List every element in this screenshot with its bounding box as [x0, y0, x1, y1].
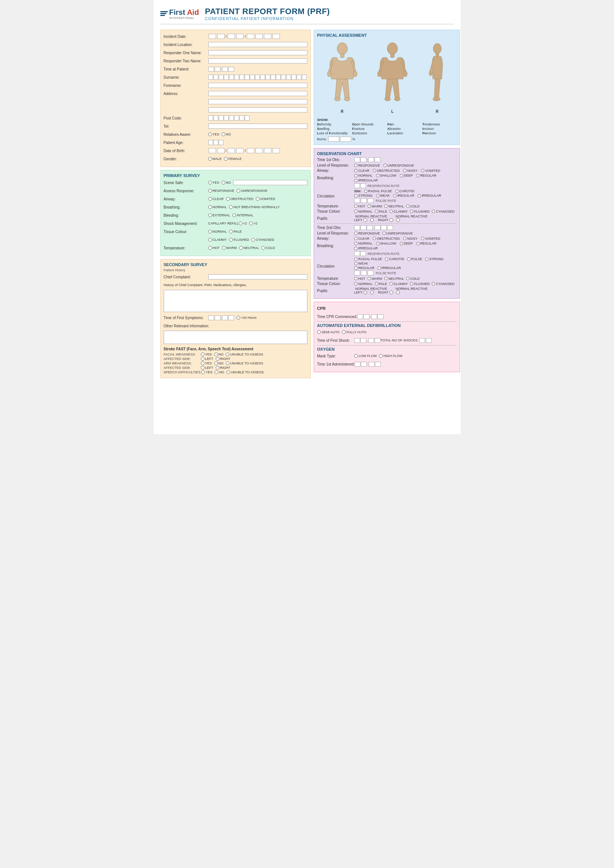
obs1-warm[interactable]: WARM	[367, 205, 382, 208]
obs1-airway-obstructed[interactable]: OBSTRUCTED	[373, 169, 400, 172]
relatives-no-radio[interactable]: NO	[222, 132, 231, 136]
facial-no[interactable]: NO	[214, 353, 224, 356]
obs2-tc-pale[interactable]: PALE	[375, 282, 387, 286]
pupils2-left-2[interactable]	[370, 291, 375, 294]
facial-yes[interactable]: YES	[201, 353, 212, 356]
time-1st-obs-input[interactable]: :	[354, 157, 380, 162]
scene-safe-yes[interactable]: YES	[208, 181, 219, 184]
address-input-1[interactable]	[208, 91, 308, 96]
circ1-radial[interactable]: RADIAL PULSE	[364, 189, 392, 193]
breathing-normal[interactable]: NORMAL	[208, 205, 227, 209]
other-relevant-input[interactable]	[164, 331, 308, 344]
pupils2-right-1[interactable]	[389, 291, 394, 294]
tissue-flushed[interactable]: FLUSHED	[229, 238, 249, 242]
arm-yes[interactable]: YES	[201, 361, 212, 365]
circ2-carotid[interactable]: CAROTID	[385, 257, 404, 261]
obs2-airway-clear[interactable]: CLEAR	[354, 237, 369, 240]
tissue-clammy[interactable]: CLAMMY	[208, 238, 227, 242]
date-d1[interactable]	[209, 34, 216, 39]
incident-location-input[interactable]	[208, 42, 308, 47]
circ2-weak[interactable]: WEAK	[354, 262, 368, 265]
obs1-b-deep[interactable]: DEEP	[400, 174, 413, 177]
circ1-irregular2[interactable]: IRREGULAR	[418, 194, 441, 197]
arm-right[interactable]: RIGHT	[216, 366, 231, 370]
obs2-airway-noisy[interactable]: NOISY	[403, 237, 418, 240]
lor2-responsive[interactable]: RESPONSIVE	[354, 232, 380, 235]
speech-unable[interactable]: UNABLE TO ASSESS	[226, 370, 264, 374]
date-m2[interactable]	[236, 34, 243, 39]
pupils2-left-1[interactable]	[363, 291, 368, 294]
address-input-3[interactable]	[208, 107, 308, 112]
obs2-neutral[interactable]: NEUTRAL	[384, 277, 404, 281]
obs1-airway-vomited[interactable]: VOMITED	[421, 169, 440, 172]
obs2-tc-normal[interactable]: NORMAL	[354, 282, 373, 286]
arm-unable[interactable]: UNABLE TO ASSESS	[226, 361, 263, 365]
lor1-responsive[interactable]: RESPONSIVE	[354, 164, 380, 167]
obs2-b-deep[interactable]: DEEP	[400, 242, 413, 245]
facial-right[interactable]: RIGHT	[216, 357, 231, 361]
temp-hot[interactable]: HOT	[208, 246, 220, 250]
obs1-neutral[interactable]: NEUTRAL	[384, 205, 404, 208]
temp-neutral[interactable]: NEUTRAL	[239, 246, 259, 250]
dob-input[interactable]: / /	[208, 148, 281, 153]
assess-unresponsive[interactable]: UNRESPONSIVE	[236, 189, 268, 192]
obs1-b-regular[interactable]: REGULAR	[416, 174, 437, 177]
airway-vomited[interactable]: VOMITED	[256, 197, 276, 201]
pupils2-right-2[interactable]	[396, 291, 400, 294]
tissue-normal[interactable]: NORMAL	[208, 230, 227, 233]
shock-gt2[interactable]: >2	[249, 222, 257, 225]
gender-female-radio[interactable]: FEMALE	[224, 157, 242, 161]
speech-yes[interactable]: YES	[201, 370, 212, 374]
obs2-b-regular[interactable]: REGULAR	[416, 242, 437, 245]
time-cpr-input[interactable]: :	[357, 314, 383, 319]
history-input[interactable]	[164, 290, 308, 312]
surname-input[interactable]	[208, 74, 307, 80]
obs1-airway-noisy[interactable]: NOISY	[403, 169, 418, 172]
circ2-irregular[interactable]: IRREGULAR	[378, 266, 401, 270]
circ1-irregular[interactable]: IREGULAR	[393, 194, 414, 197]
burns-input-1[interactable]	[328, 136, 339, 142]
obs1-airway-clear[interactable]: CLEAR	[354, 169, 369, 172]
gender-male-radio[interactable]: MALE	[208, 157, 222, 161]
pupils1-left-2[interactable]	[370, 218, 375, 222]
burns-input-2[interactable]	[340, 136, 351, 142]
patient-age-input[interactable]	[208, 140, 223, 145]
forename-input[interactable]	[208, 83, 308, 88]
date-d2[interactable]	[217, 34, 225, 39]
date-y3[interactable]	[264, 34, 271, 39]
circ2-radial[interactable]: RADIAL PULSE	[354, 257, 382, 261]
obs2-warm[interactable]: WARM	[367, 277, 382, 281]
postcode-input[interactable]	[208, 115, 250, 121]
time-administered-input[interactable]: :	[355, 362, 381, 367]
time-at-patient-input[interactable]: :	[208, 67, 235, 71]
mask-low-flow[interactable]: LOW FLOW	[354, 354, 377, 358]
obs1-b-irregular[interactable]: IRREGULAR	[354, 178, 378, 182]
time-2nd-obs-input[interactable]: .	[354, 225, 393, 230]
obs1-tc-pale[interactable]: PALE	[375, 210, 387, 213]
obs1-tc-cyanosed[interactable]: CYANOSED	[432, 210, 454, 213]
circ1-strong[interactable]: STRONG	[354, 194, 373, 197]
address-input-2[interactable]	[208, 99, 308, 104]
time-symptoms-input[interactable]: :	[208, 315, 235, 320]
lor2-unresponsive[interactable]: UNRESPONSIVE	[382, 232, 413, 235]
incident-date-input[interactable]: / /	[208, 34, 281, 39]
mask-high-flow[interactable]: HIGH FLOW	[379, 354, 402, 358]
airway-obstructed[interactable]: OBSTRUCTED	[226, 197, 254, 201]
first-shock-input[interactable]: .	[354, 338, 380, 343]
pupils1-right-1[interactable]	[389, 218, 394, 222]
bleeding-external[interactable]: EXTERNAL	[208, 213, 231, 217]
obs1-hot[interactable]: HOT	[354, 205, 365, 208]
circ1-weak[interactable]: WEAK	[376, 194, 390, 197]
bleeding-internal[interactable]: INTERNAL	[233, 213, 254, 217]
circ2-strong[interactable]: STRONG	[425, 257, 443, 261]
obs2-cold[interactable]: COLD	[406, 277, 420, 281]
date-y1[interactable]	[247, 34, 254, 39]
date-y2[interactable]	[256, 34, 263, 39]
date-y4[interactable]	[273, 34, 280, 39]
aed-fully-auto[interactable]: FULLY AUTO	[342, 330, 366, 334]
gt24-radio[interactable]: >24 Hours	[236, 316, 256, 319]
relatives-yes-radio[interactable]: YES	[208, 132, 219, 136]
tissue-cyanosed[interactable]: CYANOSED	[251, 238, 274, 242]
scene-safe-input[interactable]	[233, 180, 307, 185]
scene-safe-no[interactable]: NO	[222, 181, 231, 184]
